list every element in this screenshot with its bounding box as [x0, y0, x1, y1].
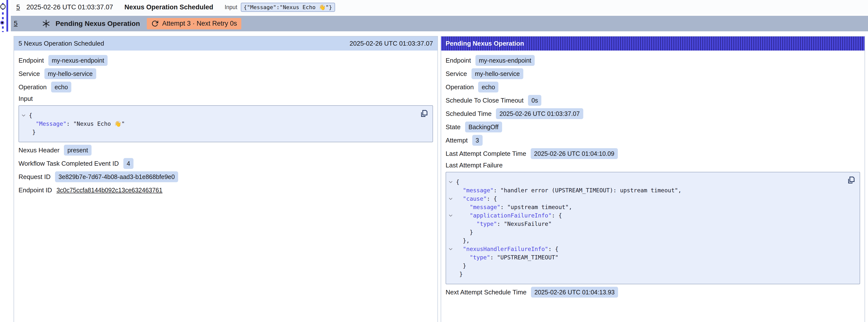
field-value-badge: echo	[478, 82, 498, 93]
copy-icon[interactable]	[846, 176, 856, 186]
json-line: "type": "NexusFailure"	[448, 220, 842, 228]
field-label: Scheduled Time	[445, 110, 492, 118]
json-line: }	[22, 128, 415, 136]
scheduled-panel-title: 5 Nexus Operation Scheduled	[19, 40, 104, 47]
retry-icon	[151, 20, 159, 27]
field-label: Endpoint	[19, 57, 44, 64]
json-line: "cause": {	[448, 195, 842, 203]
event-summary-row[interactable]: 5 2025-02-26 UTC 01:03:37.07 Nexus Opera…	[11, 0, 868, 14]
field-label: Attempt	[445, 137, 468, 144]
field-endpoint: Endpoint my-nexus-endpoint	[19, 55, 433, 66]
field-service: Service my-hello-service	[19, 68, 433, 79]
timeline-node-current-icon	[0, 21, 4, 25]
scheduled-panel-header: 5 Nexus Operation Scheduled 2025-02-26 U…	[14, 36, 437, 51]
failure-json-viewer: { "message": "handler error (UPSTREAM_TI…	[445, 172, 860, 284]
pending-operation-panel: Pending Nexus Operation Endpoint my-nexu…	[441, 36, 865, 322]
json-line: "applicationFailureInfo": {	[448, 211, 842, 220]
detail-panels: 5 Nexus Operation Scheduled 2025-02-26 U…	[13, 36, 865, 322]
field-attempt: Attempt 3	[445, 135, 860, 146]
field-label: Service	[445, 70, 467, 78]
field-schedule-to-close-timeout: Schedule To Close Timeout 0s	[445, 95, 860, 106]
field-label: State	[445, 123, 461, 131]
field-value-badge: 2025-02-26 UTC 01:04:13.93	[531, 287, 618, 298]
pending-panel-body: Endpoint my-nexus-endpoint Service my-he…	[441, 51, 865, 298]
field-value-badge: 3e829b7e-7d67-4b08-aad3-b1e868bfe9e0	[55, 171, 178, 182]
collapse-chevron-icon[interactable]	[22, 114, 29, 117]
json-line: },	[448, 236, 842, 245]
event-id-link[interactable]: 5	[16, 3, 20, 11]
collapse-chevron-icon[interactable]	[448, 197, 456, 200]
field-endpoint: Endpoint my-nexus-endpoint	[445, 55, 860, 66]
json-line: }	[448, 262, 842, 270]
field-label: Endpoint ID	[19, 186, 52, 194]
field-label: Operation	[445, 83, 474, 91]
field-request-id: Request ID 3e829b7e-7d67-4b08-aad3-b1e86…	[19, 171, 433, 182]
failure-section-label: Last Attempt Failure	[445, 161, 860, 169]
pending-operation-title: Pending Nexus Operation	[56, 20, 140, 28]
field-operation: Operation echo	[19, 82, 433, 93]
pending-panel-header: Pending Nexus Operation	[441, 36, 865, 51]
pending-asterisk-icon	[42, 20, 50, 28]
json-line: }	[448, 228, 842, 236]
field-label: Workflow Task Completed Event ID	[19, 160, 119, 167]
field-scheduled-time: Scheduled Time 2025-02-26 UTC 01:03:37.0…	[445, 108, 860, 119]
field-label: Service	[19, 70, 40, 78]
timeline-node-open-icon	[0, 4, 6, 9]
field-value-badge: my-nexus-endpoint	[475, 55, 535, 66]
json-line: {	[22, 111, 415, 120]
field-label: Last Attempt Complete Time	[445, 150, 526, 158]
retry-badge-text: Attempt 3 · Next Retry 0s	[162, 20, 237, 27]
json-line: }	[448, 270, 842, 278]
timeline-active-bar	[6, 0, 8, 32]
field-value-badge: my-hello-service	[471, 68, 523, 79]
scheduled-event-panel: 5 Nexus Operation Scheduled 2025-02-26 U…	[13, 36, 438, 322]
event-input-chip: {"Message":"Nexus Echo 👋"}	[241, 3, 335, 12]
json-line: {	[448, 178, 842, 186]
pending-event-id-link[interactable]: 5	[14, 20, 18, 27]
field-operation: Operation echo	[445, 82, 860, 93]
field-value-badge: 3	[472, 135, 483, 146]
pending-panel-title: Pending Nexus Operation	[445, 40, 524, 47]
input-section-label: Input	[19, 95, 433, 102]
collapse-chevron-icon[interactable]	[448, 248, 456, 251]
field-label: Schedule To Close Timeout	[445, 97, 524, 104]
field-value-badge: echo	[51, 82, 71, 93]
event-timestamp: 2025-02-26 UTC 01:03:37.07	[26, 3, 113, 11]
field-next-attempt-schedule-time: Next Attempt Schedule Time 2025-02-26 UT…	[445, 287, 860, 298]
json-line: "message": "handler error (UPSTREAM_TIME…	[448, 186, 842, 195]
field-last-attempt-complete-time: Last Attempt Complete Time 2025-02-26 UT…	[445, 148, 860, 159]
field-value-badge: my-nexus-endpoint	[49, 55, 108, 66]
field-label: Nexus Header	[19, 147, 59, 154]
pending-operation-row[interactable]: 5 Pending Nexus Operation Attempt 3 · Ne…	[11, 16, 868, 31]
json-line: "nexusHandlerFailureInfo": {	[448, 245, 842, 253]
retry-status-badge: Attempt 3 · Next Retry 0s	[147, 18, 241, 29]
state-badge: BackingOff	[465, 122, 502, 132]
timeline-rail	[0, 0, 11, 34]
field-nexus-header: Nexus Header present	[19, 145, 433, 156]
collapse-chevron-icon[interactable]	[448, 181, 456, 184]
field-state: State BackingOff	[445, 122, 860, 132]
field-value-badge: 2025-02-26 UTC 01:04:10.09	[531, 148, 618, 159]
endpoint-id-link[interactable]: 3c0c75ccfa8144b092c13ce632463761	[57, 187, 163, 194]
field-value-badge: 0s	[528, 95, 541, 106]
input-json-viewer: { "Message": "Nexus Echo 👋" }	[19, 105, 433, 142]
event-history-screen: 5 2025-02-26 UTC 01:03:37.07 Nexus Opera…	[0, 0, 868, 322]
field-label: Operation	[19, 83, 46, 91]
event-name: Nexus Operation Scheduled	[124, 3, 213, 11]
field-value-badge: 2025-02-26 UTC 01:03:37.07	[496, 108, 583, 119]
scheduled-panel-timestamp: 2025-02-26 UTC 01:03:37.07	[350, 40, 433, 47]
collapse-chevron-icon[interactable]	[448, 214, 456, 217]
json-line: "type": "UPSTREAM_TIMEOUT"	[448, 253, 842, 262]
field-value-badge: present	[64, 145, 91, 156]
event-input-label: Input	[224, 4, 237, 10]
field-value-badge: my-hello-service	[44, 68, 96, 79]
json-line: "message": "upstream timeout",	[448, 203, 842, 211]
field-label: Endpoint	[445, 57, 471, 64]
copy-icon[interactable]	[419, 109, 429, 119]
field-value-badge: 4	[123, 158, 134, 169]
field-label: Next Attempt Schedule Time	[445, 288, 527, 296]
field-workflow-task-completed-event-id: Workflow Task Completed Event ID 4	[19, 158, 433, 169]
field-endpoint-id: Endpoint ID 3c0c75ccfa8144b092c13ce63246…	[19, 185, 433, 195]
json-line: "Message": "Nexus Echo 👋"	[22, 120, 415, 128]
field-label: Request ID	[19, 173, 51, 181]
